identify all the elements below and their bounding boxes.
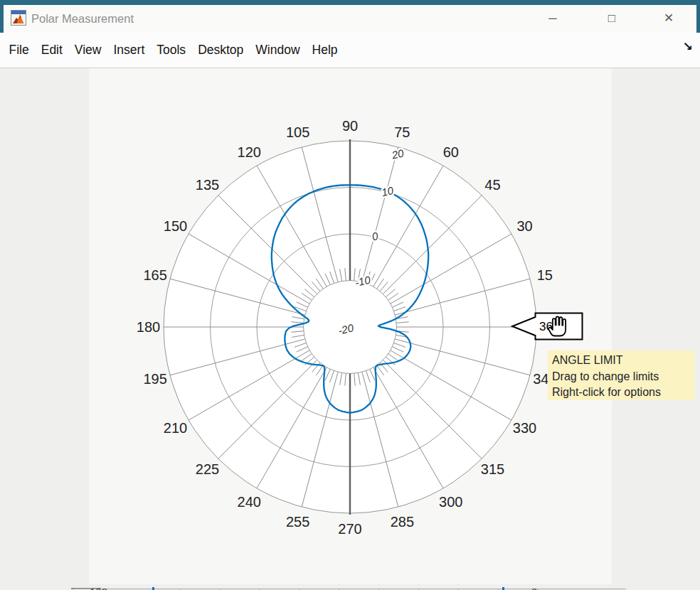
clipped-blue-mark [502, 587, 504, 590]
menu-item-help[interactable]: Help [306, 33, 344, 67]
close-button[interactable]: ✕ [647, 5, 691, 33]
figure-window: { "window": { "title": "Polar Measuremen… [0, 0, 700, 590]
maximize-button[interactable]: □ [590, 5, 634, 33]
clipped-angle-label: 180 [90, 586, 107, 590]
angle-limit-cursor[interactable]: 360 [511, 311, 583, 342]
matlab-icon [11, 10, 26, 26]
menu-items: FileEditViewInsertToolsDesktopWindowHelp [3, 33, 344, 68]
window-titlebar[interactable]: Polar Measurement ─ □ ✕ [4, 5, 696, 33]
minimize-button[interactable]: ─ [531, 5, 575, 33]
figure-canvas: 0153045607590105120135150165180195210225… [0, 68, 700, 590]
window-border-left [0, 0, 4, 33]
window-border-top [0, 0, 700, 5]
menu-item-tools[interactable]: Tools [151, 33, 192, 67]
window-border-right [696, 0, 700, 33]
menu-item-edit[interactable]: Edit [35, 33, 68, 67]
tooltip-title: ANGLE LIMIT [552, 353, 694, 369]
tooltip-line-2: Right-click for options [552, 385, 694, 400]
menu-item-file[interactable]: File [3, 33, 35, 67]
menu-item-window[interactable]: Window [250, 33, 306, 67]
menubar: FileEditViewInsertToolsDesktopWindowHelp… [0, 33, 700, 68]
angle-limit-tooltip: ANGLE LIMIT Drag to change limits Right-… [548, 350, 694, 400]
clipped-bottom-axes: 180 0 [0, 584, 700, 590]
dock-figure-icon[interactable]: ↘ [683, 39, 693, 54]
window-title: Polar Measurement [31, 5, 134, 33]
tooltip-line-1: Drag to change limits [552, 369, 694, 385]
clipped-axis-line [75, 589, 626, 589]
clipped-blue-mark [152, 587, 154, 590]
clipped-angle-label: 0 [531, 586, 537, 590]
menu-item-insert[interactable]: Insert [107, 33, 151, 67]
menu-item-desktop[interactable]: Desktop [192, 33, 250, 67]
menu-item-view[interactable]: View [68, 33, 107, 67]
